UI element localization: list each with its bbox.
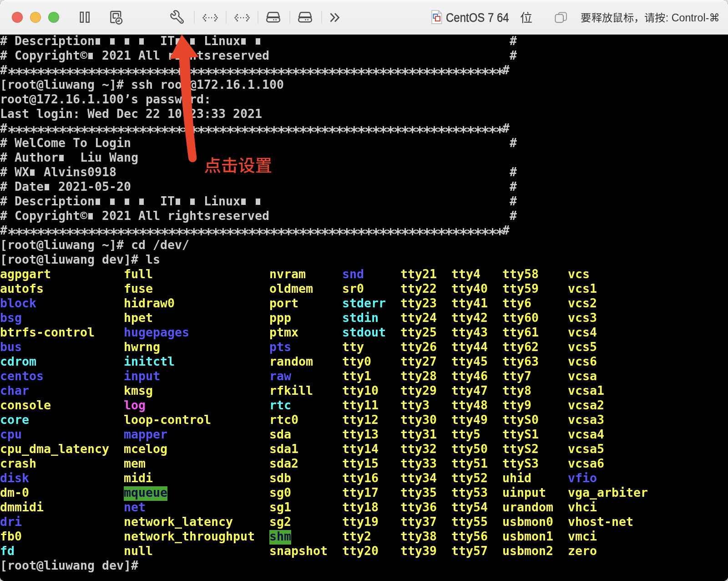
ls-entry: pts	[269, 340, 291, 354]
ls-entry: tty51	[451, 456, 488, 471]
undisplayable-char-block	[30, 169, 35, 175]
ls-entry: cpu	[0, 427, 22, 442]
ls-entry: network_latency	[124, 515, 233, 529]
undisplayable-char-block	[125, 38, 129, 44]
terminal-text: #	[510, 179, 517, 194]
ls-entry: tty58	[502, 267, 539, 281]
ls-entry: tty46	[451, 369, 488, 383]
ls-entry: tty26	[400, 340, 437, 354]
ls-entry: tty33	[400, 456, 437, 471]
more-toolbar-items-button[interactable]	[329, 12, 343, 23]
settings-wrench-button[interactable]	[168, 8, 187, 26]
ls-entry: mem	[124, 456, 146, 471]
ls-entry: usbmon2	[502, 544, 553, 558]
ls-entry: input	[124, 369, 160, 383]
undisplayable-char-block	[190, 199, 195, 204]
ls-entry: tty56	[451, 529, 488, 544]
ls-entry: tty57	[451, 544, 488, 558]
network-adapter-button[interactable]	[202, 13, 218, 22]
close-button[interactable]	[12, 12, 23, 23]
terminal-text: # Copyright©	[0, 209, 87, 223]
ls-entry: uinput	[502, 485, 546, 500]
ls-entry: tty44	[451, 340, 488, 354]
ls-entry: rtc0	[269, 413, 298, 427]
ls-entry: vmci	[568, 529, 597, 544]
ls-entry: zero	[568, 544, 597, 558]
ls-entry: vcsa3	[568, 413, 604, 427]
ls-entry: tty28	[400, 369, 437, 383]
ls-entry: loop-control	[124, 413, 211, 427]
terminal-text: # Date	[0, 179, 44, 194]
undisplayable-char-block	[110, 199, 115, 204]
terminal-text: Linux	[204, 194, 240, 209]
terminal-text: Linux	[204, 34, 240, 48]
ls-entry: tty15	[342, 456, 379, 471]
ls-entry: tty60	[502, 311, 539, 325]
cd-dvd-button[interactable]	[298, 11, 313, 24]
pause-button[interactable]	[78, 10, 93, 25]
ls-entry: cpu_dma_latency	[0, 442, 109, 456]
ls-entry: vcs	[568, 267, 590, 281]
terminal-text: #	[510, 34, 517, 48]
terminal-text: 2021 All rightsreserved	[102, 209, 269, 223]
undisplayable-char-block	[139, 199, 144, 204]
ls-entry: vcs3	[568, 311, 597, 325]
vm-document-icon	[431, 10, 442, 24]
terminal-text: [root@liuwang ~]# cd /dev/	[0, 238, 189, 252]
undisplayable-char-block	[125, 199, 129, 204]
ls-entry: tty47	[451, 383, 488, 398]
ls-entry: tty19	[342, 515, 379, 529]
ls-entry: stdout	[342, 325, 386, 340]
terminal-screen[interactable]: # DescriptionITLinux## Copyright©2021 Al…	[0, 35, 728, 581]
ls-entry: centos	[0, 369, 44, 383]
ls-entry: bus	[0, 340, 22, 354]
ls-entry: vcs2	[568, 296, 597, 311]
terminal-text: #	[502, 121, 510, 136]
window-title: CentOS 7 64	[446, 0, 509, 35]
ls-entry: log	[124, 398, 146, 413]
ls-entry: uhid	[502, 471, 531, 485]
ls-entry: tty40	[451, 281, 488, 296]
window-title-cjk	[520, 11, 532, 24]
terminal-text: Liu Wang	[80, 150, 138, 165]
undisplayable-char-block	[256, 38, 260, 44]
ls-entry: tty41	[451, 296, 488, 311]
ls-entry: tty30	[400, 413, 437, 427]
terminal-text: [root@liuwang ~]# ssh root@172.16.1.100	[0, 77, 284, 92]
terminal-text: #	[0, 121, 7, 136]
titlebar: CentOS 7 64 : Control-⌘	[0, 0, 728, 35]
ls-entry: hidraw0	[124, 296, 175, 311]
zoom-button[interactable]	[48, 12, 59, 23]
ls-entry: nvram	[269, 267, 306, 281]
ls-entry: net	[124, 500, 146, 515]
ls-entry: tty23	[400, 296, 437, 311]
vm-window: CentOS 7 64 : Control-⌘ # DescriptionITL…	[0, 0, 728, 581]
ls-entry: vga_arbiter	[568, 485, 648, 500]
ls-entry: tty6	[502, 296, 531, 311]
hard-disk-button[interactable]	[266, 11, 281, 24]
snapshots-button[interactable]	[108, 9, 125, 25]
release-hint-cjk	[655, 12, 665, 23]
ls-entry: rfkill	[269, 383, 313, 398]
minimize-button[interactable]	[30, 12, 41, 23]
ls-entry: stdin	[342, 311, 379, 325]
ls-entry: tty50	[451, 442, 488, 456]
ls-entry: snapshot	[269, 544, 328, 558]
release-hint-cjk	[644, 12, 655, 23]
ls-entry: tty63	[502, 354, 539, 369]
ls-entry: tty21	[400, 267, 437, 281]
ls-entry: tty53	[451, 485, 488, 500]
ls-entry: tty14	[342, 442, 379, 456]
ls-entry: tty12	[342, 413, 379, 427]
ls-entry: tty	[342, 340, 364, 354]
ls-entry: mapper	[124, 427, 167, 442]
command-key-symbol: ⌘	[709, 11, 720, 24]
ls-entry: autofs	[0, 281, 44, 296]
ls-entry: full	[124, 267, 153, 281]
network-adapter-2-button[interactable]	[234, 13, 250, 22]
ls-entry: oldmem	[269, 281, 313, 296]
undisplayable-char-block	[88, 213, 93, 219]
ls-entry: midi	[124, 471, 153, 485]
ls-entry: vcs4	[568, 325, 597, 340]
ls-entry: tty11	[342, 398, 379, 413]
